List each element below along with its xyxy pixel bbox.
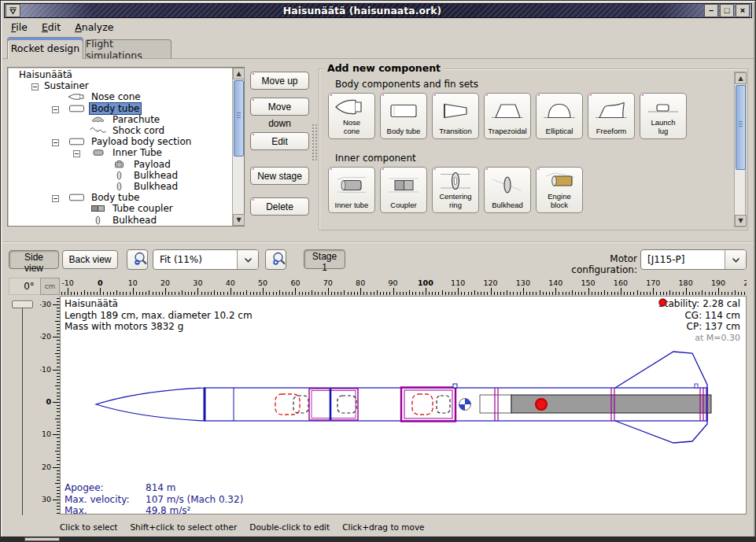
edit-button[interactable]: Edit xyxy=(250,132,309,150)
ruler-label: -10 xyxy=(61,278,74,287)
tree-item-payload[interactable]: Payload xyxy=(132,159,172,170)
rocket-info-line: Mass with motors 3832 g xyxy=(65,321,253,333)
scroll-up-icon[interactable]: ▲ xyxy=(735,72,747,84)
component-label: Nose cone xyxy=(334,119,370,138)
ruler-label: 110 xyxy=(451,278,465,287)
motor-configuration-select[interactable]: [J115-P] xyxy=(640,249,747,270)
zoom-out-icon xyxy=(132,251,149,267)
tree-item-body-tube[interactable]: Body tube xyxy=(90,103,141,114)
tree-row: Body tube xyxy=(8,103,231,114)
add-engine-block-button[interactable]: Engine block xyxy=(536,167,583,213)
move-up-button[interactable]: Move up xyxy=(250,72,309,90)
tree-item-shock-cord[interactable]: Shock cord xyxy=(111,125,166,136)
add-launch-lug-button[interactable]: Launch lug xyxy=(640,93,687,139)
add-transition-button[interactable]: Transition xyxy=(432,93,479,139)
component-label: Engine block xyxy=(541,193,577,212)
bulkhead-icon xyxy=(109,182,129,191)
minimize-button[interactable]: – xyxy=(704,4,718,17)
delete-button[interactable]: Delete xyxy=(250,197,309,216)
side-view-button[interactable]: Side view xyxy=(9,250,59,269)
add-panel-scrollbar[interactable]: ▲ ▼ xyxy=(734,72,746,227)
bodytube-icon xyxy=(67,193,87,202)
tree-item-bulkhead[interactable]: Bulkhead xyxy=(132,181,179,192)
bulkhead-icon xyxy=(109,171,129,180)
tree-item-parachute[interactable]: Parachute xyxy=(111,114,161,125)
motor-configuration-label: Motor configuration: xyxy=(544,253,637,275)
flight-stat-label: Max. acceleration: xyxy=(65,505,146,514)
zoom-out-button[interactable] xyxy=(127,249,148,270)
maximize-button[interactable]: □ xyxy=(720,4,734,17)
add-inner-tube-button[interactable]: Inner tube xyxy=(328,167,375,213)
flight-summary: Apogee:814 mMax. velocity:107 m/s (Mach … xyxy=(65,482,243,514)
vertical-ruler: -30-20-100102030 xyxy=(40,296,60,514)
rotation-slider-track[interactable] xyxy=(22,301,23,515)
tree-item-inner-tube[interactable]: Inner Tube xyxy=(111,147,164,158)
new-stage-button[interactable]: New stage xyxy=(250,167,309,185)
tree-scrollbar[interactable]: ▲ ▼ xyxy=(232,68,244,226)
rotation-slider-handle[interactable] xyxy=(12,300,33,308)
ruler-label: 10 xyxy=(128,278,138,287)
tab-rocket-design[interactable]: Rocket design xyxy=(7,37,83,59)
ruler-label: -30 xyxy=(40,300,51,308)
zoom-in-button[interactable] xyxy=(265,249,286,270)
tree-item-body-tube[interactable]: Body tube xyxy=(90,192,141,203)
ruler-label: 190 xyxy=(711,278,725,287)
add-trapezoidal-button[interactable]: Trapezoidal xyxy=(484,93,531,139)
tree-item-tube-coupler[interactable]: Tube coupler xyxy=(111,203,175,214)
bulkhead-icon xyxy=(88,216,108,225)
add-panel-scrollbar-thumb[interactable] xyxy=(736,85,746,170)
add-coupler-button[interactable]: Coupler xyxy=(380,167,427,213)
add-freeform-button[interactable]: Freeform xyxy=(588,93,635,139)
ruler-label: 0 xyxy=(46,397,51,406)
add-body-tube-button[interactable]: Body tube xyxy=(380,93,427,139)
tree-item-bulkhead[interactable]: Bulkhead xyxy=(111,215,158,226)
tree-scrollbar-thumb[interactable] xyxy=(234,80,244,157)
tab-flight-simulations[interactable]: Flight simulations xyxy=(85,39,171,59)
ruler-label: -20 xyxy=(40,332,51,341)
add-nose-cone-button[interactable]: Nose cone xyxy=(328,93,375,139)
stage-1-toggle[interactable]: Stage 1 xyxy=(304,249,345,269)
innertube-icon xyxy=(334,173,370,197)
status-hint: Double-click to edit xyxy=(249,522,330,532)
cp-value: CP: 137 cm xyxy=(687,321,740,333)
scroll-down-icon[interactable]: ▼ xyxy=(233,214,245,226)
splitter-handle[interactable] xyxy=(312,124,317,161)
add-bulkhead-button[interactable]: Bulkhead xyxy=(484,167,531,213)
zoom-level-select[interactable]: Fit (11%) xyxy=(153,249,259,270)
menu-edit[interactable]: Edit xyxy=(35,20,68,35)
component-label: Transition xyxy=(438,127,472,138)
tree-item-payload-body-section[interactable]: Payload body section xyxy=(90,136,193,147)
ruler-label: 120 xyxy=(483,278,497,287)
ruler-label: 160 xyxy=(614,278,628,287)
add-component-title: Add new component xyxy=(324,62,444,74)
close-button[interactable]: × xyxy=(736,4,750,17)
tree-item-nose-cone[interactable]: Nose cone xyxy=(90,91,142,102)
ruler-label: 50 xyxy=(258,278,267,287)
tree-item-bulkhead[interactable]: Bulkhead xyxy=(132,170,179,181)
rocket-info-line: Length 189 cm, max. diameter 10.2 cm xyxy=(65,310,253,322)
add-elliptical-button[interactable]: Elliptical xyxy=(536,93,583,139)
resize-grip[interactable] xyxy=(24,537,60,541)
rocket-canvas[interactable]: HaisunäätäLength 189 cm, max. diameter 1… xyxy=(60,296,747,514)
tree-item-haisunäätä[interactable]: Haisunäätä xyxy=(17,69,74,80)
component-tree-panel: HaisunäätäSustainerNose coneBody tubePar… xyxy=(7,67,245,227)
motor-configuration-value: [J115-P] xyxy=(641,254,725,265)
add-centering-ring-button[interactable]: Centering ring xyxy=(432,167,479,213)
menu-file[interactable]: File xyxy=(4,20,35,35)
ruler-label: 150 xyxy=(581,278,596,287)
ruler-label: 30 xyxy=(42,495,51,503)
scroll-down-icon[interactable]: ▼ xyxy=(735,215,747,227)
menu-analyze[interactable]: Analyze xyxy=(68,20,120,35)
tab-baseline xyxy=(2,58,754,59)
back-view-button[interactable]: Back view xyxy=(62,250,118,269)
bodytube-icon xyxy=(67,137,87,146)
scroll-up-icon[interactable]: ▲ xyxy=(233,68,245,79)
group-label: Inner component xyxy=(335,153,416,164)
move-down-button[interactable]: Move down xyxy=(250,98,309,116)
flight-stat-label: Apogee: xyxy=(65,482,146,494)
window-menu-button[interactable] xyxy=(6,4,20,17)
ruler-label: 180 xyxy=(679,278,693,287)
horizontal-ruler: -100102030405060708090100110120130140150… xyxy=(60,278,747,295)
tree-item-sustainer[interactable]: Sustainer xyxy=(42,80,90,91)
innertube-icon xyxy=(88,148,108,157)
